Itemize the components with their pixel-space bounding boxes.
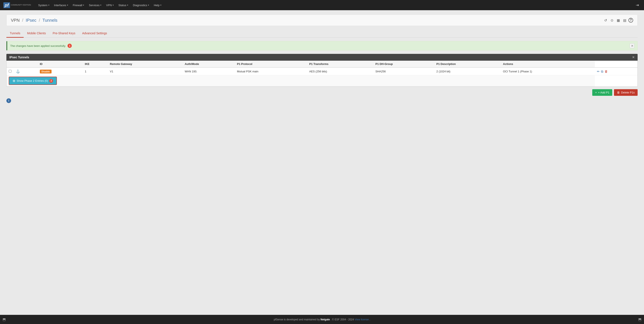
row-auth-mode-cell: Mutual PSK main [235, 67, 307, 75]
nav-item-vpn[interactable]: VPN ▾ [104, 0, 116, 10]
footer-left-icon[interactable]: ⬒ [2, 318, 6, 322]
logo: pf [4, 2, 10, 8]
col-actions: Actions [501, 61, 595, 67]
footer-text2: . © ESF 2004 - 2024 [330, 318, 354, 321]
col-ike: IKE [83, 61, 108, 67]
status-badge[interactable]: Disable [40, 70, 52, 73]
plus-circle-icon: ⊕ [12, 79, 15, 83]
anchor-icon: ⚓ [16, 70, 20, 73]
col-checkbox [6, 61, 14, 67]
col-p1-dhgroup: P1 DH-Group [373, 61, 434, 67]
row-checkbox-cell [6, 67, 14, 75]
add-p1-button[interactable]: + + Add P1 [592, 89, 612, 96]
section-header: IPsec Tunnels ✕ [6, 54, 638, 61]
alert-badge: 1 [68, 44, 72, 48]
nav-item-firewall[interactable]: Firewall ▾ [71, 0, 86, 10]
header-icons: ↺ ⊙ ▦ ▤ ? [603, 18, 633, 23]
chevron-down-icon: ▾ [83, 4, 84, 6]
chevron-down-icon: ▾ [113, 4, 114, 6]
col-id: ID [38, 61, 83, 67]
row-p1-protocol-cell: AES (256 bits) [307, 67, 373, 75]
ipsec-tunnels-section: IPsec Tunnels ✕ ID IKE Remote Gateway Au… [6, 54, 638, 87]
tab-tunnels[interactable]: Tunnels [6, 29, 24, 38]
footer-text3: . [370, 318, 370, 321]
reload-icon[interactable]: ↺ [603, 18, 608, 23]
footer-text1: is developed and maintained by [284, 318, 320, 321]
nav-item-diagnostics[interactable]: Diagnostics ▾ [131, 0, 151, 10]
chevron-down-icon: ▾ [100, 4, 101, 6]
nav-item-status[interactable]: Status ▾ [116, 0, 130, 10]
col-auth-mode: Auth/Mode [182, 61, 235, 67]
row-actions-cell: ✏ ⧉ 🗑 [595, 67, 638, 75]
col-p1-description: P1 Description [434, 61, 501, 67]
nav-right: ⇥ [634, 3, 640, 7]
footer-netgate: Netgate [320, 318, 330, 321]
phase2-row: ⊕ Show Phase 2 Entries (0) 2 [6, 75, 638, 86]
brand-sub: COMMUNITY EDITION [11, 4, 31, 6]
footer-right-icon[interactable]: ⬒ [638, 318, 642, 322]
nav-items: System ▾ Interfaces ▾ Firewall ▾ Service… [36, 0, 634, 10]
alert-text: The changes have been applied successful… [10, 44, 72, 48]
row-p1-transforms-cell: SHA256 [373, 67, 434, 75]
breadcrumb-vpn: VPN [11, 18, 20, 22]
table-icon[interactable]: ▤ [622, 18, 627, 23]
action-icons: ✏ ⧉ 🗑 [597, 70, 635, 73]
chevron-down-icon: ▾ [127, 4, 128, 6]
nav-item-help[interactable]: Help ▾ [152, 0, 164, 10]
phase2-cell: ⊕ Show Phase 2 Entries (0) 2 [6, 75, 595, 86]
help-icon[interactable]: ? [628, 18, 633, 22]
col-remote-gateway: Remote Gateway [108, 61, 182, 67]
signout-icon[interactable]: ⇥ [634, 3, 640, 7]
phase2-badge: 2 [49, 79, 53, 83]
stop-icon[interactable]: ⊙ [609, 18, 614, 23]
chevron-down-icon: ▾ [160, 4, 162, 6]
tab-pre-shared-keys[interactable]: Pre-Shared Keys [49, 29, 79, 38]
nav-item-interfaces[interactable]: Interfaces ▾ [52, 0, 70, 10]
row-p1-dhgroup-cell: 2 (1024 bit) [434, 67, 501, 75]
content-wrapper: VPN / IPsec / Tunnels ↺ ⊙ ▦ ▤ ? Tunnels … [0, 10, 644, 315]
info-icon[interactable]: i [6, 98, 11, 103]
breadcrumb-tunnels[interactable]: Tunnels [42, 18, 57, 22]
tab-mobile-clients[interactable]: Mobile Clients [24, 29, 49, 38]
footer-center: pfSense is developed and maintained by N… [6, 318, 638, 321]
nav-item-system[interactable]: System ▾ [36, 0, 51, 10]
footer-license-link[interactable]: View license [354, 318, 369, 321]
edit-icon[interactable]: ✏ [597, 70, 600, 73]
footer: ⬒ pfSense is developed and maintained by… [0, 315, 644, 324]
col-anchor [14, 61, 38, 67]
row-p1-description-cell: OCI Tunnel 1 (Phase 1) [501, 67, 595, 75]
row-id-cell: 1 [83, 67, 108, 75]
bottom-actions: + + Add P1 🗑 Delete P1s [6, 89, 638, 96]
breadcrumb-ipsec[interactable]: IPsec [26, 18, 36, 22]
row-checkbox[interactable] [9, 70, 12, 73]
chevron-down-icon: ▾ [48, 4, 50, 6]
col-p1-protocol: P1 Protocol [235, 61, 307, 67]
row-status-cell: Disable [38, 67, 83, 75]
section-close-icon[interactable]: ✕ [632, 55, 635, 59]
nav-item-services[interactable]: Services ▾ [87, 0, 104, 10]
tabs: Tunnels Mobile Clients Pre-Shared Keys A… [6, 29, 638, 38]
navbar: pf COMMUNITY EDITION System ▾ Interfaces… [0, 0, 644, 10]
section-title: IPsec Tunnels [9, 55, 29, 59]
page-header: VPN / IPsec / Tunnels ↺ ⊙ ▦ ▤ ? [6, 14, 638, 26]
success-alert: The changes have been applied successful… [6, 41, 638, 50]
row-anchor-cell: ⚓ [14, 67, 38, 75]
row-ike-cell: V1 [108, 67, 182, 75]
trash-icon: 🗑 [617, 91, 620, 94]
chart-icon[interactable]: ▦ [616, 18, 621, 23]
footer-brand: pfSense [274, 318, 283, 321]
copy-icon[interactable]: ⧉ [601, 70, 603, 73]
table-container: ID IKE Remote Gateway Auth/Mode P1 Proto… [6, 61, 638, 87]
show-phase2-button[interactable]: ⊕ Show Phase 2 Entries (0) 2 [9, 77, 57, 85]
table-row: ⚓ Disable 1 V1 WAN 193. Mutual PSK main … [6, 67, 638, 75]
alert-message: The changes have been applied successful… [10, 44, 66, 47]
plus-icon: + [595, 91, 597, 94]
col-p1-transforms: P1 Transforms [307, 61, 373, 67]
tunnels-table: ID IKE Remote Gateway Auth/Mode P1 Proto… [6, 61, 638, 86]
tab-advanced-settings[interactable]: Advanced Settings [79, 29, 110, 38]
chevron-down-icon: ▾ [148, 4, 149, 6]
delete-p1s-button[interactable]: 🗑 Delete P1s [614, 89, 638, 96]
alert-close-button[interactable]: ✕ [630, 43, 634, 48]
delete-icon[interactable]: 🗑 [604, 70, 608, 73]
brand: pf COMMUNITY EDITION [4, 2, 31, 8]
